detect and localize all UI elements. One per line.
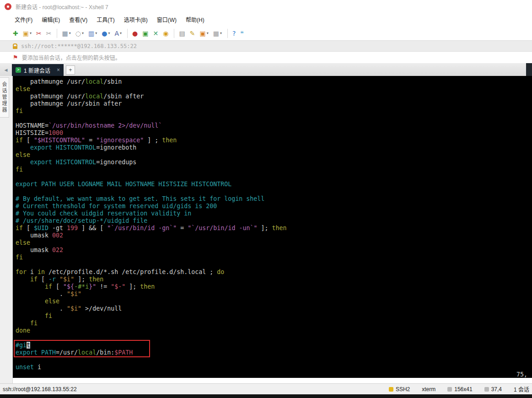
- tab-session-1[interactable]: > 1 新建会话 ×: [12, 64, 64, 76]
- code-token: "$i": [59, 276, 74, 283]
- highlight-pen-icon[interactable]: ✎: [188, 28, 197, 39]
- code-token: [56, 276, 59, 283]
- new-file-icon[interactable]: ▣▾: [198, 28, 210, 39]
- code-token: fi: [45, 312, 52, 319]
- tile-layout-icon[interactable]: ▥▾: [86, 28, 99, 39]
- add-session-arrow-button[interactable]: ◀: [2, 66, 10, 74]
- code-token: else: [16, 86, 30, 92]
- fullscreen-icon[interactable]: ✕: [151, 28, 160, 39]
- menu-window[interactable]: 窗口(W): [152, 14, 181, 25]
- code-token: =/usr/: [56, 349, 78, 356]
- terminal-line: for i in /etc/profile.d/*.sh /etc/profil…: [16, 269, 532, 276]
- code-token: [16, 320, 30, 327]
- code-token: /etc/profile.d/*.sh /etc/profile.d/sh.lo…: [45, 269, 217, 275]
- terminal-line: pathmunge /usr/local/sbin: [16, 78, 532, 86]
- properties-icon-glyph: ▦: [62, 28, 68, 39]
- dropdown-caret-icon[interactable]: ▾: [120, 31, 122, 35]
- status-protocol-icon: [389, 387, 393, 392]
- help-icon[interactable]: ?: [231, 28, 237, 39]
- code-token: umask: [16, 232, 52, 239]
- dropdown-caret-icon[interactable]: ▾: [220, 31, 222, 35]
- code-token: i: [27, 269, 38, 275]
- menu-file[interactable]: 文件(F): [10, 14, 37, 25]
- disconnect-icon-glyph: ✂: [36, 28, 42, 39]
- sidebar-tab-session-manager[interactable]: 会话管理器: [0, 77, 9, 118]
- code-token: 199: [67, 225, 78, 231]
- code-token: done: [16, 327, 30, 334]
- menu-tools[interactable]: 工具(T): [92, 14, 119, 25]
- code-token: -#*i: [74, 283, 89, 290]
- web-browser-icon-glyph: ●: [102, 28, 107, 39]
- xshell-window: 新建会话 - root@localhost:~ - Xshell 7 文件(F)…: [0, 0, 532, 398]
- dropdown-caret-icon[interactable]: ▾: [108, 31, 110, 35]
- find-icon[interactable]: ◌▾: [74, 28, 86, 39]
- dropdown-caret-icon[interactable]: ▾: [207, 31, 209, 35]
- dropdown-caret-icon[interactable]: ▾: [95, 31, 97, 35]
- terminal-line: HOSTNAME=`/usr/bin/hostname 2>/dev/null`: [16, 122, 532, 129]
- terminal-line: else: [16, 151, 532, 159]
- record-log-icon[interactable]: ●: [130, 28, 140, 39]
- sidebar: 会话管理器: [0, 76, 13, 383]
- terminal-line: HISTSIZE=1000: [16, 129, 532, 137]
- code-token: =: [177, 225, 188, 231]
- lock-screen-icon[interactable]: ◉: [161, 28, 170, 39]
- code-token: $PATH: [114, 349, 133, 356]
- menu-tabs[interactable]: 选项卡(B): [119, 14, 152, 25]
- xshell-logo-icon: [5, 3, 11, 10]
- dropdown-caret-icon[interactable]: ▾: [69, 31, 71, 35]
- code-token: i: [34, 364, 41, 371]
- file-transfer-icon[interactable]: ▣: [140, 28, 150, 39]
- dropdown-caret-icon[interactable]: ▾: [30, 31, 32, 35]
- menu-view[interactable]: 查看(V): [64, 14, 92, 25]
- new-tab-button[interactable]: +: [66, 65, 75, 75]
- address-bar[interactable]: ssh://root:******@192.168.133.55:22: [0, 40, 532, 52]
- menu-help[interactable]: 帮助(H): [181, 14, 209, 25]
- code-token: pathmunge /usr/: [16, 93, 85, 100]
- code-token: do: [217, 269, 224, 275]
- code-token: $UID: [34, 225, 48, 231]
- terminal-screen[interactable]: pathmunge /usr/local/sbinelse pathmunge …: [13, 76, 532, 378]
- terminal-line: . "$i": [16, 290, 532, 298]
- terminal-line: [16, 334, 532, 342]
- status-terminal-size: 156x41: [447, 386, 472, 393]
- menu-edit[interactable]: 编辑(E): [37, 14, 64, 25]
- font-icon[interactable]: A▾: [113, 28, 124, 39]
- code-token: "`/usr/bin/id -gn`": [107, 225, 177, 231]
- reconnect-icon[interactable]: ✂: [44, 28, 54, 39]
- tab-close-icon[interactable]: ×: [57, 67, 60, 73]
- code-token: =ignoredups: [96, 159, 136, 166]
- code-token: local: [85, 93, 103, 100]
- notice-bar: ⚑ 要添加当前会话，点击左侧的箭头按钮。: [0, 52, 532, 63]
- terminal-line: # By default, we want umask to get set. …: [16, 195, 532, 203]
- terminal-line: #git: [16, 342, 532, 349]
- keyboard-icon[interactable]: ▤: [177, 28, 187, 39]
- lock-icon: [13, 43, 17, 49]
- web-browser-icon[interactable]: ●▾: [100, 28, 112, 39]
- terminal-line: pathmunge /usr/local/sbin after: [16, 93, 532, 100]
- code-token: pathmunge /usr/: [16, 78, 85, 85]
- terminal-line: export HISTCONTROL=ignoreboth: [16, 144, 532, 151]
- open-folder-icon[interactable]: ▣▾: [21, 28, 33, 39]
- code-token: "ignorespace": [96, 137, 144, 144]
- code-token: ];: [125, 283, 140, 290]
- toolbar-separator: [174, 29, 174, 38]
- code-token: # Current threshold for system reserved …: [16, 203, 217, 210]
- feedback-icon-glyph: ❝: [240, 28, 244, 39]
- status-bar: ssh://root@192.168.133.55:22 SSH2xterm15…: [0, 383, 532, 394]
- dropdown-caret-icon[interactable]: ▾: [82, 31, 84, 35]
- code-token: ] ;: [144, 137, 162, 144]
- code-token: for: [16, 269, 27, 275]
- disconnect-icon[interactable]: ✂: [34, 28, 43, 39]
- status-connection: ssh://root@192.168.133.55:22: [3, 386, 77, 393]
- flag-icon: ⚑: [13, 54, 18, 61]
- code-token: then: [140, 283, 155, 290]
- terminal-line: # Current threshold for system reserved …: [16, 203, 532, 210]
- properties-icon[interactable]: ▦▾: [60, 28, 72, 39]
- feedback-icon[interactable]: ❝: [238, 28, 246, 39]
- new-session-icon[interactable]: ✚: [11, 28, 20, 39]
- terminal-line: export PATH USER LOGNAME MAIL HOSTNAME H…: [16, 181, 532, 188]
- terminal-line: unset i: [16, 364, 532, 371]
- panes-icon[interactable]: ▦▾: [211, 28, 224, 39]
- code-token: [: [23, 225, 34, 231]
- record-log-icon-glyph: ●: [132, 28, 138, 39]
